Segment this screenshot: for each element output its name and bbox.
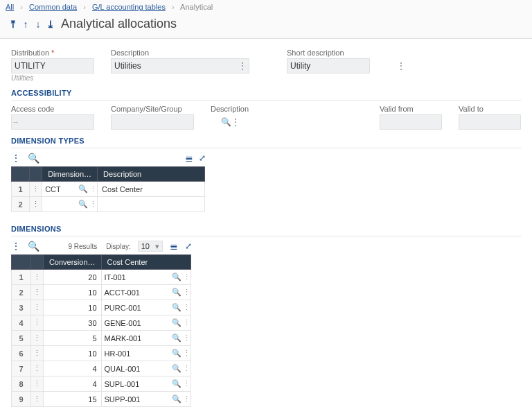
actions-icon[interactable]: ⋮ bbox=[182, 395, 190, 404]
layers-icon[interactable]: ≣ bbox=[170, 241, 178, 252]
actions-icon[interactable]: ⋮ bbox=[182, 272, 190, 282]
table-row[interactable]: 1⋮CCT🔍⋮Cost Center bbox=[12, 182, 205, 197]
actions-icon[interactable]: ⋮ bbox=[397, 61, 405, 71]
cost-center-cell[interactable]: ACCT-001🔍⋮ bbox=[101, 285, 190, 300]
lookup-icon[interactable]: 🔍 bbox=[221, 117, 231, 127]
valid-to-input[interactable]: 📅 bbox=[459, 114, 521, 130]
nav-next-icon[interactable]: ↓ bbox=[33, 19, 43, 30]
table-actions-icon[interactable]: ⋮ bbox=[11, 241, 21, 252]
table-row[interactable]: 1⋮20IT-001🔍⋮ bbox=[12, 270, 191, 285]
nav-prev-icon[interactable]: ↑ bbox=[21, 19, 30, 30]
table-row[interactable]: 7⋮4QUAL-001🔍⋮ bbox=[12, 361, 191, 376]
row-actions-icon[interactable]: ⋮ bbox=[30, 300, 43, 315]
description-field[interactable] bbox=[112, 60, 236, 72]
cost-center-cell[interactable]: SUPL-001🔍⋮ bbox=[101, 376, 190, 392]
lookup-icon[interactable]: 🔍 bbox=[78, 200, 89, 209]
breadcrumb-common-data[interactable]: Common data bbox=[29, 3, 77, 11]
cost-center-cell[interactable]: QUAL-001🔍⋮ bbox=[101, 361, 190, 376]
cost-center-cell[interactable]: IT-001🔍⋮ bbox=[101, 270, 190, 285]
layers-icon[interactable]: ≣ bbox=[185, 153, 193, 164]
access-code-input[interactable]: → 🔍 ⋮ bbox=[11, 114, 94, 130]
actions-icon[interactable]: ⋮ bbox=[236, 61, 249, 71]
row-actions-icon[interactable]: ⋮ bbox=[30, 392, 43, 407]
table-row[interactable]: 3⋮10PURC-001🔍⋮ bbox=[12, 300, 191, 315]
cost-center-cell[interactable]: SUPP-001🔍⋮ bbox=[101, 392, 190, 407]
actions-icon[interactable]: ⋮ bbox=[182, 379, 190, 388]
row-actions-icon[interactable]: ⋮ bbox=[30, 331, 43, 346]
conversion-cell[interactable]: 20 bbox=[43, 270, 101, 285]
conversion-cell[interactable]: 5 bbox=[43, 331, 101, 346]
lookup-icon[interactable]: 🔍 bbox=[171, 303, 182, 312]
nav-last-icon[interactable]: ⤓ bbox=[46, 19, 55, 30]
conversion-cell[interactable]: 10 bbox=[43, 300, 101, 315]
col-conversion[interactable]: Conversion… bbox=[43, 255, 101, 270]
row-actions-icon[interactable]: ⋮ bbox=[30, 182, 42, 197]
lookup-icon[interactable]: 🔍 bbox=[171, 288, 182, 297]
expand-icon[interactable]: ⤢ bbox=[199, 153, 205, 163]
conversion-cell[interactable]: 4 bbox=[43, 376, 101, 392]
distribution-field[interactable] bbox=[12, 60, 121, 72]
display-select[interactable]: 10 bbox=[138, 241, 163, 252]
col-cost-center[interactable]: Cost Center bbox=[101, 255, 190, 270]
company-site-group-input[interactable]: 🔍 ⋮ bbox=[111, 114, 194, 130]
short-description-field[interactable] bbox=[287, 60, 397, 72]
cost-center-cell[interactable]: PURC-001🔍⋮ bbox=[101, 300, 190, 315]
conversion-cell[interactable]: 30 bbox=[43, 315, 101, 331]
conversion-cell[interactable]: 15 bbox=[43, 392, 101, 407]
col-select[interactable] bbox=[12, 255, 31, 270]
company-site-group-field[interactable] bbox=[112, 116, 221, 128]
search-icon[interactable]: 🔍 bbox=[28, 153, 39, 164]
row-actions-icon[interactable]: ⋮ bbox=[30, 285, 43, 300]
actions-icon[interactable]: ⋮ bbox=[182, 334, 190, 343]
valid-to-field[interactable] bbox=[459, 116, 532, 128]
cost-center-cell[interactable]: MARK-001🔍⋮ bbox=[101, 331, 190, 346]
dimension-type-cell[interactable]: 🔍⋮ bbox=[42, 197, 98, 212]
row-actions-icon[interactable]: ⋮ bbox=[30, 346, 43, 361]
lookup-icon[interactable]: 🔍 bbox=[78, 184, 89, 193]
breadcrumb-all[interactable]: All bbox=[6, 3, 14, 11]
actions-icon[interactable]: ⋮ bbox=[231, 117, 240, 127]
lookup-icon[interactable]: 🔍 bbox=[171, 349, 182, 358]
table-row[interactable]: 2⋮🔍⋮ bbox=[12, 197, 205, 212]
cost-center-cell[interactable]: GENE-001🔍⋮ bbox=[101, 315, 190, 331]
lookup-icon[interactable]: 🔍 bbox=[171, 379, 182, 388]
actions-icon[interactable]: ⋮ bbox=[182, 288, 190, 297]
expand-icon[interactable]: ⤢ bbox=[185, 241, 191, 251]
row-actions-icon[interactable]: ⋮ bbox=[30, 361, 43, 376]
row-actions-icon[interactable]: ⋮ bbox=[30, 197, 42, 212]
conversion-cell[interactable]: 4 bbox=[43, 361, 101, 376]
table-row[interactable]: 6⋮10HR-001🔍⋮ bbox=[12, 346, 191, 361]
conversion-cell[interactable]: 10 bbox=[43, 285, 101, 300]
table-actions-icon[interactable]: ⋮ bbox=[11, 153, 21, 164]
actions-icon[interactable]: ⋮ bbox=[89, 184, 97, 193]
dimension-type-cell[interactable]: CCT🔍⋮ bbox=[42, 182, 98, 197]
distribution-input[interactable]: 🔍 ⋮ bbox=[11, 58, 94, 73]
row-actions-icon[interactable]: ⋮ bbox=[30, 376, 43, 392]
lookup-icon[interactable]: 🔍 bbox=[171, 364, 182, 373]
lookup-icon[interactable]: 🔍 bbox=[171, 318, 182, 327]
col-dt-description[interactable]: Description bbox=[98, 167, 205, 182]
col-select[interactable] bbox=[12, 167, 30, 182]
table-row[interactable]: 5⋮5MARK-001🔍⋮ bbox=[12, 331, 191, 346]
actions-icon[interactable]: ⋮ bbox=[182, 364, 190, 373]
row-actions-icon[interactable]: ⋮ bbox=[30, 270, 43, 285]
table-row[interactable]: 9⋮15SUPP-001🔍⋮ bbox=[12, 392, 191, 407]
actions-icon[interactable]: ⋮ bbox=[182, 349, 190, 358]
table-row[interactable]: 4⋮30GENE-001🔍⋮ bbox=[12, 315, 191, 331]
lookup-icon[interactable]: 🔍 bbox=[171, 272, 182, 282]
lookup-icon[interactable]: 🔍 bbox=[171, 334, 182, 343]
actions-icon[interactable]: ⋮ bbox=[89, 200, 97, 209]
short-description-input[interactable]: ⋮ bbox=[287, 58, 370, 73]
lookup-icon[interactable]: 🔍 bbox=[171, 395, 182, 404]
valid-from-input[interactable]: 📅 bbox=[380, 114, 442, 130]
search-icon[interactable]: 🔍 bbox=[28, 241, 39, 252]
row-actions-icon[interactable]: ⋮ bbox=[30, 315, 43, 331]
table-row[interactable]: 8⋮4SUPL-001🔍⋮ bbox=[12, 376, 191, 392]
actions-icon[interactable]: ⋮ bbox=[182, 303, 190, 312]
nav-first-icon[interactable]: ⤒ bbox=[8, 19, 18, 30]
cost-center-cell[interactable]: HR-001🔍⋮ bbox=[101, 346, 190, 361]
description-input[interactable]: ⋮ bbox=[111, 58, 249, 73]
conversion-cell[interactable]: 10 bbox=[43, 346, 101, 361]
col-dimension-type[interactable]: Dimension… bbox=[42, 167, 98, 182]
table-row[interactable]: 2⋮10ACCT-001🔍⋮ bbox=[12, 285, 191, 300]
